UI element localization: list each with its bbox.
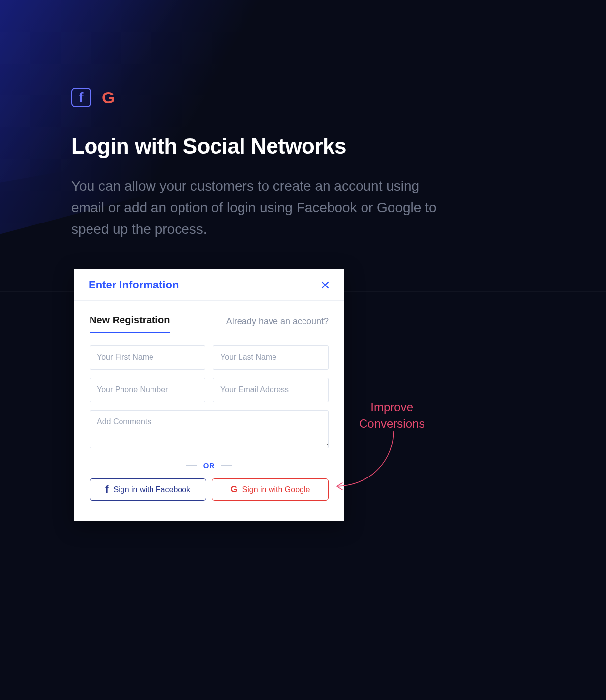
google-icon: G [231,484,238,495]
divider-line [221,465,232,466]
tab-new-registration[interactable]: New Registration [90,315,170,333]
first-name-input[interactable] [90,345,205,370]
callout-annotation: Improve Conversions [359,399,424,432]
modal-header: Enter Information [74,269,344,301]
divider-text: OR [203,461,215,470]
or-divider: OR [90,461,329,470]
divider-line [186,465,197,466]
modal-title: Enter Information [89,279,179,291]
phone-input[interactable] [90,378,205,402]
close-icon [321,281,330,289]
facebook-icon: f [71,88,91,107]
social-buttons-row: f Sign in with Facebook G Sign in with G… [90,478,329,501]
comments-textarea[interactable] [90,410,329,448]
page-description: You can allow your customers to create a… [71,175,445,241]
google-signin-button[interactable]: G Sign in with Google [212,478,329,501]
facebook-signin-button[interactable]: f Sign in with Facebook [90,478,206,501]
tab-existing-account[interactable]: Already have an account? [226,317,329,333]
facebook-icon: f [105,484,109,495]
registration-modal: Enter Information New Registration Alrea… [74,269,344,521]
email-input[interactable] [213,378,329,402]
tabs: New Registration Already have an account… [90,315,329,333]
google-icon: G [102,88,114,107]
hero-section: f G Login with Social Networks You can a… [71,88,547,241]
facebook-button-label: Sign in with Facebook [114,485,191,494]
callout-line2: Conversions [359,417,424,430]
callout-line1: Improve [370,400,413,414]
modal-body: New Registration Already have an account… [74,301,344,521]
close-button[interactable] [321,281,330,289]
hero-icon-row: f G [71,88,547,107]
last-name-input[interactable] [213,345,329,370]
google-button-label: Sign in with Google [242,485,310,494]
page-title: Login with Social Networks [71,134,547,159]
